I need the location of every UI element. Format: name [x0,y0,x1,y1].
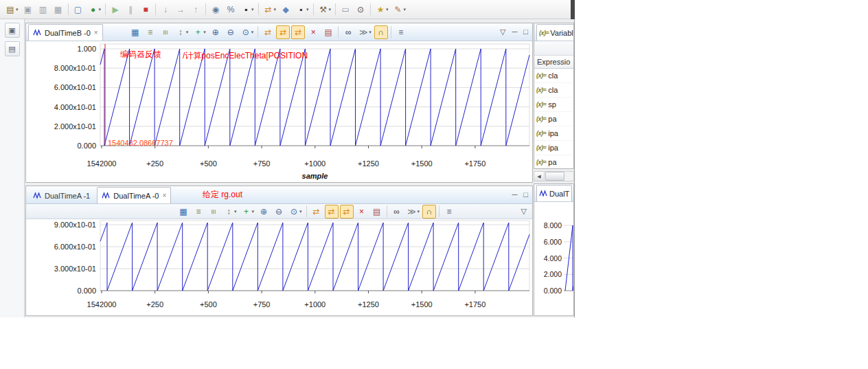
expression-row[interactable]: (x)=pa [534,155,573,169]
breakpoint-icon[interactable]: ◆ [279,2,293,17]
step-return-icon[interactable]: ↑ [189,2,203,17]
zoom-fit-icon[interactable]: ⊙▾ [287,205,304,219]
search-data-icon[interactable]: ∞ [390,205,404,219]
waveform-chart[interactable]: 9.000x10-016.000x10-013.000x10-010.00015… [26,219,532,315]
data-step-icon[interactable]: ≫▾ [356,25,373,39]
waveform-chart-mini[interactable]: 8.0006.0004.0002.0000.000 [534,202,573,315]
sync-scroll-icon[interactable]: ⇄ [261,25,275,39]
add-trace-icon[interactable]: +▾ [191,25,207,39]
expression-row[interactable]: (x)=ipa [534,126,573,141]
clear-data-icon[interactable]: × [355,205,369,219]
build-hammer-icon[interactable]: ⚒▾ [317,2,333,17]
expression-column-header[interactable]: Expressio [534,56,573,69]
remove-trace-icon[interactable]: ▤ [370,205,384,219]
favorites-icon-dropdown[interactable]: ▾ [386,7,389,12]
sync-cursor-icon[interactable]: ⇄ [340,205,354,219]
show-data-icon[interactable]: ▦ [128,25,142,39]
remove-trace-icon[interactable]: ▤ [321,25,335,39]
debug-icon-dropdown[interactable]: ▾ [99,7,102,12]
zoom-in-icon[interactable]: ⊕ [209,25,222,39]
add-trace-icon[interactable]: +▾ [240,205,256,219]
close-icon[interactable]: × [162,192,166,199]
search-data-icon[interactable]: ∞ [341,25,355,39]
connect-target-icon-dropdown[interactable]: ▾ [306,7,309,12]
sync-cursor-icon[interactable]: ⇄ [291,25,305,39]
save-all-icon[interactable]: ▥ [36,2,50,17]
print-icon[interactable]: ▦ [52,2,65,17]
show-data-icon[interactable]: ▦ [176,205,190,219]
sync-zoom-icon[interactable]: ⇄ [276,25,290,39]
minimize-icon[interactable]: ─ [512,27,518,36]
maximize-icon[interactable]: □ [523,27,528,36]
tab-variables[interactable]: (x)= Variabl [536,24,574,41]
zoom-fit-icon[interactable]: ⊙▾ [239,25,255,39]
sync-scroll-icon[interactable]: ⇄ [310,205,323,219]
memory-chip-icon[interactable]: ▪▾ [239,2,255,17]
tab-dualtimeb-0[interactable]: DualTimeB -0 × [28,24,103,41]
view-menu-icon[interactable]: ▽ [500,27,505,36]
expression-row[interactable]: (x)=sp [534,98,573,112]
expression-row[interactable]: (x)=cla [534,69,573,83]
zoom-in-icon[interactable]: ⊕ [257,205,271,219]
horizontal-axis-icon[interactable]: ≡ [192,205,205,219]
annotate-icon[interactable]: ✎▾ [391,2,408,17]
vertical-axis-icon[interactable]: ≡ [207,205,220,219]
restore-view-icon[interactable]: ▣ [5,23,20,38]
memory-chip-icon-dropdown[interactable]: ▾ [251,7,254,12]
zoom-fit-icon-dropdown[interactable]: ▾ [299,209,302,214]
minimize-icon[interactable]: ─ [512,190,518,199]
data-step-icon-dropdown[interactable]: ▾ [418,209,420,214]
sync-zoom-icon[interactable]: ⇄ [325,205,339,219]
expression-row[interactable]: (x)=cla [534,83,573,98]
profile-icon[interactable]: % [224,2,238,17]
refresh-icon[interactable]: ⇄▾ [262,2,278,17]
scale-settings-icon[interactable]: ↕▾ [222,205,238,219]
vertical-axis-icon[interactable]: ≡ [159,25,172,39]
step-into-icon[interactable]: ↓ [159,2,172,17]
console-icon[interactable]: ▢ [71,2,85,17]
freeze-lock-icon[interactable]: ∩ [374,25,388,39]
new-file-icon[interactable]: ▤▾ [3,2,20,17]
freeze-lock-icon[interactable]: ∩ [422,205,436,219]
data-step-icon-dropdown[interactable]: ▾ [369,30,372,35]
build-hammer-icon-dropdown[interactable]: ▾ [329,7,332,12]
maximize-icon[interactable]: □ [523,190,528,199]
expression-row[interactable]: (x)=ipa [534,141,573,155]
zoom-out-icon[interactable]: ⊖ [224,25,238,39]
clear-data-icon[interactable]: × [306,25,320,39]
suspend-icon[interactable]: ∥ [124,2,137,17]
legend-icon[interactable]: ≡ [394,25,408,39]
add-trace-icon-dropdown[interactable]: ▾ [252,209,255,214]
step-over-icon[interactable]: → [174,2,187,17]
data-step-icon[interactable]: ≫▾ [405,205,422,219]
console-view-icon[interactable]: ▤ [5,41,20,56]
terminate-icon[interactable]: ■ [139,2,152,17]
tab-dualtimea-1[interactable]: DualTimeA -1 [28,187,95,203]
snapshot-icon[interactable]: ◉ [209,2,222,17]
close-icon[interactable]: × [94,29,98,36]
annotate-icon-dropdown[interactable]: ▾ [404,7,407,12]
tab-dualtime-right[interactable]: DualT [536,185,572,201]
search-icon[interactable]: ⊙ [354,2,367,17]
tab-dualtimea-0[interactable]: DualTimeA -0 × [97,187,171,203]
scale-settings-icon[interactable]: ↕▾ [174,25,190,39]
zoom-fit-icon-dropdown[interactable]: ▾ [251,30,254,35]
debug-icon[interactable]: ●▾ [87,2,103,17]
favorites-icon[interactable]: ★▾ [374,2,390,17]
scrollbar-thumb[interactable] [545,172,564,181]
horizontal-axis-icon[interactable]: ≡ [144,25,157,39]
new-file-icon-dropdown[interactable]: ▾ [16,7,19,12]
scale-settings-icon-dropdown[interactable]: ▾ [234,209,237,214]
add-trace-icon-dropdown[interactable]: ▾ [203,30,206,35]
refresh-icon-dropdown[interactable]: ▾ [274,7,277,12]
expression-row[interactable]: (x)=pa [534,112,573,126]
scroll-left-icon[interactable]: ◀ [534,172,545,181]
scale-settings-icon-dropdown[interactable]: ▾ [186,30,189,35]
view-menu-icon[interactable]: ▽ [521,207,527,216]
connect-target-icon[interactable]: ▪▾ [294,2,310,17]
zoom-out-icon[interactable]: ⊖ [272,205,286,219]
legend-icon[interactable]: ≡ [442,205,456,219]
resume-icon[interactable]: ▶ [108,2,122,17]
window-restore-icon[interactable]: ▭ [339,2,352,17]
waveform-chart[interactable]: 1.0008.000x10-016.000x10-014.000x10-012.… [26,41,532,182]
